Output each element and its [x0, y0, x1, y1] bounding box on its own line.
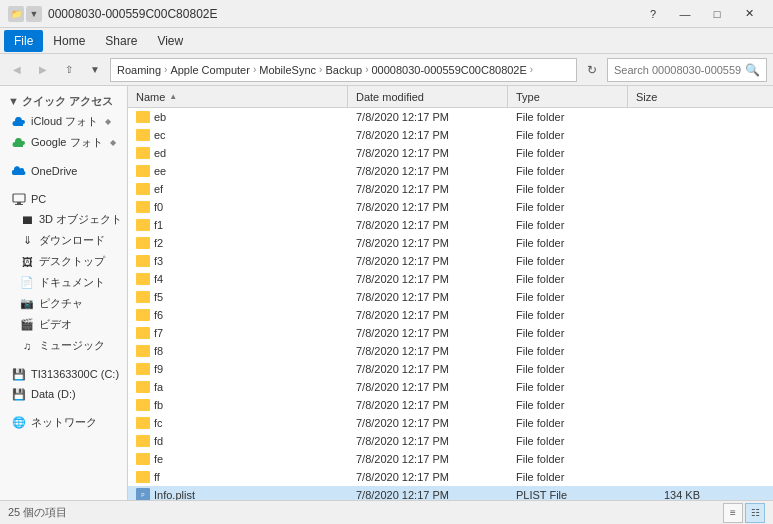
menu-view[interactable]: View	[147, 30, 193, 52]
table-row[interactable]: f5 7/8/2020 12:17 PM File folder	[128, 288, 773, 306]
sidebar-item-network[interactable]: 🌐 ネットワーク	[0, 412, 127, 433]
sidebar-item-drive-c[interactable]: 💾 TI31363300C (C:)	[0, 364, 127, 384]
drive-c-icon: 💾	[12, 367, 26, 381]
table-row[interactable]: f4 7/8/2020 12:17 PM File folder	[128, 270, 773, 288]
table-row[interactable]: fc 7/8/2020 12:17 PM File folder	[128, 414, 773, 432]
close-button[interactable]: ✕	[733, 0, 765, 28]
onedrive-icon	[12, 164, 26, 178]
sidebar-item-pictures[interactable]: 📷 ピクチャ	[0, 293, 127, 314]
table-row[interactable]: fd 7/8/2020 12:17 PM File folder	[128, 432, 773, 450]
title-bar-icons: 📁 ▼	[8, 6, 42, 22]
table-row[interactable]: fa 7/8/2020 12:17 PM File folder	[128, 378, 773, 396]
table-row[interactable]: P Info.plist 7/8/2020 12:17 PM PLIST Fil…	[128, 486, 773, 500]
breadcrumb-roaming[interactable]: Roaming	[117, 64, 161, 76]
table-row[interactable]: ed 7/8/2020 12:17 PM File folder	[128, 144, 773, 162]
file-type: File folder	[508, 471, 628, 483]
view-details-button[interactable]: ≡	[723, 503, 743, 523]
breadcrumb-apple[interactable]: Apple Computer	[170, 64, 250, 76]
table-row[interactable]: ff 7/8/2020 12:17 PM File folder	[128, 468, 773, 486]
quick-access-expand-icon[interactable]: ▼	[8, 95, 19, 107]
file-type: File folder	[508, 399, 628, 411]
breadcrumb-sep-3: ›	[319, 64, 322, 75]
file-name: f2	[128, 237, 348, 249]
table-row[interactable]: f9 7/8/2020 12:17 PM File folder	[128, 360, 773, 378]
table-row[interactable]: f0 7/8/2020 12:17 PM File folder	[128, 198, 773, 216]
sidebar-item-music[interactable]: ♫ ミュージック	[0, 335, 127, 356]
sidebar-item-drive-d[interactable]: 💾 Data (D:)	[0, 384, 127, 404]
folder-icon	[136, 327, 150, 339]
file-date: 7/8/2020 12:17 PM	[348, 435, 508, 447]
table-row[interactable]: f1 7/8/2020 12:17 PM File folder	[128, 216, 773, 234]
file-date: 7/8/2020 12:17 PM	[348, 345, 508, 357]
folder-icon	[136, 147, 150, 159]
folder-icon	[136, 237, 150, 249]
col-header-date[interactable]: Date modified	[348, 86, 508, 107]
sidebar-item-desktop[interactable]: 🖼 デスクトップ	[0, 251, 127, 272]
svg-rect-2	[15, 204, 23, 205]
table-row[interactable]: f2 7/8/2020 12:17 PM File folder	[128, 234, 773, 252]
table-row[interactable]: f7 7/8/2020 12:17 PM File folder	[128, 324, 773, 342]
menu-share[interactable]: Share	[95, 30, 147, 52]
back-button[interactable]: ◀	[6, 59, 28, 81]
file-name: ed	[128, 147, 348, 159]
sidebar-item-documents[interactable]: 📄 ドキュメント	[0, 272, 127, 293]
help-button[interactable]: ?	[637, 0, 669, 28]
file-type: PLIST File	[508, 489, 628, 501]
file-area: Name ▲ Date modified Type Size eb 7/8/20…	[128, 86, 773, 500]
forward-button[interactable]: ▶	[32, 59, 54, 81]
col-header-type[interactable]: Type	[508, 86, 628, 107]
table-row[interactable]: ec 7/8/2020 12:17 PM File folder	[128, 126, 773, 144]
table-row[interactable]: fb 7/8/2020 12:17 PM File folder	[128, 396, 773, 414]
breadcrumb-backup[interactable]: Backup	[325, 64, 362, 76]
file-date: 7/8/2020 12:17 PM	[348, 471, 508, 483]
sidebar-item-icloud[interactable]: iCloud フォト ◆	[0, 111, 127, 132]
col-header-size[interactable]: Size	[628, 86, 708, 107]
table-row[interactable]: eb 7/8/2020 12:17 PM File folder	[128, 108, 773, 126]
search-input[interactable]	[614, 64, 741, 76]
3d-label: 3D オブジェクト	[39, 212, 122, 227]
table-row[interactable]: f3 7/8/2020 12:17 PM File folder	[128, 252, 773, 270]
folder-icon	[136, 381, 150, 393]
sidebar-item-pc[interactable]: PC	[0, 189, 127, 209]
breadcrumb[interactable]: Roaming › Apple Computer › MobileSync › …	[110, 58, 577, 82]
search-box[interactable]: 🔍	[607, 58, 767, 82]
col-header-name[interactable]: Name ▲	[128, 86, 348, 107]
sidebar-item-onedrive[interactable]: OneDrive	[0, 161, 127, 181]
maximize-button[interactable]: □	[701, 0, 733, 28]
table-row[interactable]: f8 7/8/2020 12:17 PM File folder	[128, 342, 773, 360]
table-row[interactable]: fe 7/8/2020 12:17 PM File folder	[128, 450, 773, 468]
folder-icon	[136, 219, 150, 231]
file-name-text: f1	[154, 219, 163, 231]
file-name: ff	[128, 471, 348, 483]
file-name-text: ed	[154, 147, 166, 159]
up-button[interactable]: ⇧	[58, 59, 80, 81]
recent-locations-button[interactable]: ▼	[84, 59, 106, 81]
sidebar-item-google[interactable]: Google フォト ◆	[0, 132, 127, 153]
breadcrumb-device[interactable]: 00008030-000559C00C80802E	[371, 64, 526, 76]
file-list: eb 7/8/2020 12:17 PM File folder ec 7/8/…	[128, 108, 773, 500]
quick-access-icon[interactable]: 📁	[8, 6, 24, 22]
onedrive-section: OneDrive	[0, 157, 127, 185]
table-row[interactable]: f6 7/8/2020 12:17 PM File folder	[128, 306, 773, 324]
minimize-button[interactable]: —	[669, 0, 701, 28]
breadcrumb-mobilesync[interactable]: MobileSync	[259, 64, 316, 76]
title-bar-left: 📁 ▼ 00008030-000559C00C80802E	[8, 6, 217, 22]
sidebar-item-video[interactable]: 🎬 ビデオ	[0, 314, 127, 335]
file-name-text: fa	[154, 381, 163, 393]
folder-icon	[136, 255, 150, 267]
table-row[interactable]: ef 7/8/2020 12:17 PM File folder	[128, 180, 773, 198]
sidebar-item-3d[interactable]: ⯀ 3D オブジェクト	[0, 209, 127, 230]
icloud-label: iCloud フォト	[31, 114, 98, 129]
table-row[interactable]: ee 7/8/2020 12:17 PM File folder	[128, 162, 773, 180]
menu-file[interactable]: File	[4, 30, 43, 52]
col-date-label: Date modified	[356, 91, 424, 103]
menu-home[interactable]: Home	[43, 30, 95, 52]
folder-icon	[136, 345, 150, 357]
refresh-button[interactable]: ↻	[581, 59, 603, 81]
view-tiles-button[interactable]: ☷	[745, 503, 765, 523]
desktop-label: デスクトップ	[39, 254, 105, 269]
back-history-icon[interactable]: ▼	[26, 6, 42, 22]
file-date: 7/8/2020 12:17 PM	[348, 165, 508, 177]
file-name: f4	[128, 273, 348, 285]
sidebar-item-download[interactable]: ⇓ ダウンロード	[0, 230, 127, 251]
